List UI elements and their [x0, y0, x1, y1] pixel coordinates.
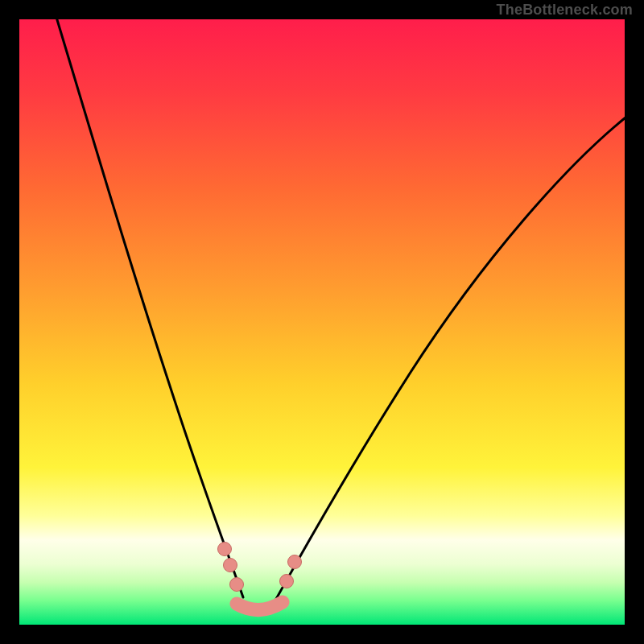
curve-left-branch: [56, 14, 243, 597]
curve-layer: [19, 19, 625, 625]
marker-dot: [218, 543, 232, 556]
chart-container: { "watermark": "TheBottleneck.com", "col…: [0, 0, 644, 644]
marker-dot: [224, 559, 237, 572]
watermark-text: TheBottleneck.com: [497, 2, 633, 19]
curve-right-branch: [276, 114, 630, 599]
bottom-connector: [237, 602, 283, 610]
marker-dot: [230, 578, 244, 592]
marker-dot: [280, 575, 294, 588]
marker-dot: [288, 555, 302, 569]
plot-frame: [19, 19, 625, 625]
